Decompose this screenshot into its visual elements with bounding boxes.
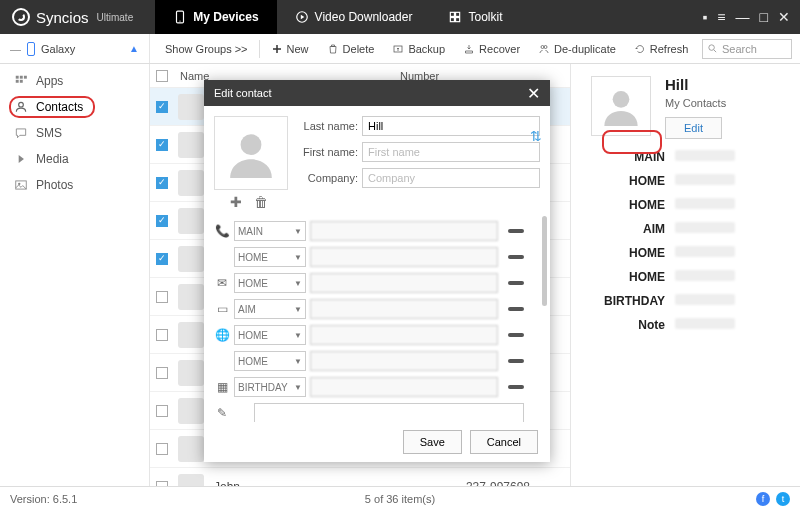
collapse-icon: — <box>10 43 21 55</box>
count-text: 5 of 36 item(s) <box>365 493 435 505</box>
value-input[interactable] <box>310 273 498 293</box>
detail-field: MAIN <box>591 150 780 164</box>
photos-icon <box>14 178 28 192</box>
contacts-icon <box>14 100 28 114</box>
row-checkbox[interactable] <box>156 367 168 379</box>
last-name-input[interactable] <box>362 116 540 136</box>
detail-group: My Contacts <box>665 97 726 109</box>
remove-icon[interactable] <box>508 333 524 337</box>
value-input[interactable] <box>310 299 498 319</box>
modal-avatar[interactable] <box>214 116 288 190</box>
search-input[interactable]: Search <box>702 39 792 59</box>
row-checkbox[interactable] <box>156 215 168 227</box>
label: New <box>287 43 309 55</box>
chat-icon[interactable]: ▪ <box>702 9 707 25</box>
remove-icon[interactable] <box>508 255 524 259</box>
maximize-button[interactable]: □ <box>760 9 768 25</box>
remove-icon[interactable] <box>508 307 524 311</box>
swap-names-icon[interactable]: ⇅ <box>530 128 542 144</box>
eject-icon[interactable]: ▲ <box>129 43 139 54</box>
value-input[interactable] <box>310 247 498 267</box>
brand-text: Syncios <box>36 9 89 26</box>
remove-icon[interactable] <box>508 281 524 285</box>
cancel-button[interactable]: Cancel <box>470 430 538 454</box>
value-input[interactable] <box>310 221 498 241</box>
tab-label: Video Downloader <box>315 10 413 24</box>
sidebar-item-sms[interactable]: SMS <box>0 120 149 146</box>
type-select[interactable]: HOME▼ <box>234 325 306 345</box>
label: SMS <box>36 126 62 140</box>
backup-icon <box>392 43 404 55</box>
sidebar-item-contacts[interactable]: Contacts <box>0 94 149 120</box>
row-checkbox[interactable] <box>156 101 168 113</box>
row-checkbox[interactable] <box>156 291 168 303</box>
value-input[interactable] <box>310 377 498 397</box>
remove-icon[interactable] <box>508 359 524 363</box>
minimize-button[interactable]: — <box>736 9 750 25</box>
menu-icon[interactable]: ≡ <box>717 9 725 25</box>
table-row[interactable]: John 337-997698 <box>150 468 570 486</box>
value-input[interactable] <box>310 325 498 345</box>
tab-toolkit[interactable]: Toolkit <box>430 0 520 34</box>
detail-field: HOME <box>591 198 780 212</box>
type-select[interactable]: HOME▼ <box>234 351 306 371</box>
dedup-button[interactable]: De-duplicate <box>531 38 623 60</box>
device-selector[interactable]: — Galaxy ▲ <box>0 34 150 63</box>
svg-point-1 <box>180 21 181 22</box>
field-key: HOME <box>591 198 675 212</box>
tab-my-devices[interactable]: My Devices <box>155 0 276 34</box>
show-groups-button[interactable]: Show Groups >> <box>158 38 255 60</box>
value-input[interactable] <box>310 351 498 371</box>
close-button[interactable]: ✕ <box>778 9 790 25</box>
row-checkbox[interactable] <box>156 329 168 341</box>
type-select[interactable]: AIM▼ <box>234 299 306 319</box>
delete-button[interactable]: Delete <box>320 38 382 60</box>
avatar <box>178 132 204 158</box>
delete-photo-icon[interactable]: 🗑 <box>254 194 268 210</box>
label: Backup <box>408 43 445 55</box>
logo-icon <box>12 8 30 26</box>
tab-video-downloader[interactable]: Video Downloader <box>277 0 431 34</box>
facebook-icon[interactable]: f <box>756 492 770 506</box>
svg-rect-13 <box>24 76 27 79</box>
select-all-checkbox[interactable] <box>156 70 168 82</box>
detail-field: AIM <box>591 222 780 236</box>
sidebar-item-photos[interactable]: Photos <box>0 172 149 198</box>
type-select[interactable]: HOME▼ <box>234 247 306 267</box>
row-checkbox[interactable] <box>156 139 168 151</box>
note-input[interactable] <box>254 403 524 422</box>
row-checkbox[interactable] <box>156 177 168 189</box>
svg-rect-14 <box>16 80 19 83</box>
sidebar-item-apps[interactable]: Apps <box>0 68 149 94</box>
add-photo-icon[interactable]: ✚ <box>230 194 242 210</box>
twitter-icon[interactable]: t <box>776 492 790 506</box>
detail-field: Note <box>591 318 780 332</box>
svg-rect-11 <box>16 76 19 79</box>
row-checkbox[interactable] <box>156 253 168 265</box>
close-icon[interactable]: ✕ <box>527 84 540 103</box>
remove-icon[interactable] <box>508 385 524 389</box>
refresh-icon <box>634 43 646 55</box>
row-checkbox[interactable] <box>156 481 168 487</box>
first-name-input[interactable] <box>362 142 540 162</box>
row-checkbox[interactable] <box>156 443 168 455</box>
remove-icon[interactable] <box>508 229 524 233</box>
type-select[interactable]: BIRTHDAY▼ <box>234 377 306 397</box>
new-button[interactable]: New <box>264 38 316 60</box>
type-select[interactable]: HOME▼ <box>234 273 306 293</box>
type-select[interactable]: MAIN▼ <box>234 221 306 241</box>
avatar <box>178 94 204 120</box>
edit-button[interactable]: Edit <box>665 117 722 139</box>
save-button[interactable]: Save <box>403 430 462 454</box>
recover-button[interactable]: Recover <box>456 38 527 60</box>
company-input[interactable] <box>362 168 540 188</box>
sidebar-item-media[interactable]: Media <box>0 146 149 172</box>
row-checkbox[interactable] <box>156 405 168 417</box>
modal-field-row: 📞 MAIN▼ <box>214 218 524 244</box>
row-number: 337-997698 <box>466 480 570 487</box>
modal-scrollbar[interactable] <box>542 216 547 306</box>
person-icon <box>601 86 641 126</box>
refresh-button[interactable]: Refresh <box>627 38 696 60</box>
avatar <box>591 76 651 136</box>
backup-button[interactable]: Backup <box>385 38 452 60</box>
